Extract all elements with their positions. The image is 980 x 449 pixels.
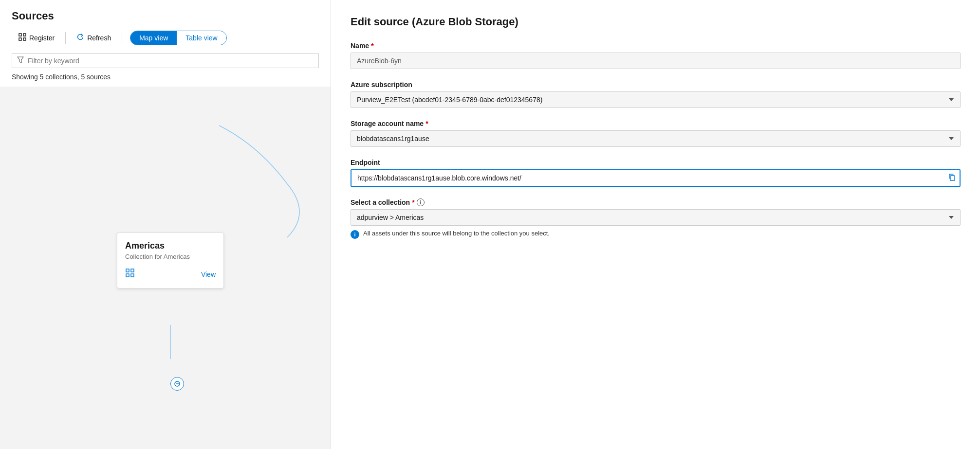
map-view-button[interactable]: Map view bbox=[130, 31, 177, 45]
endpoint-wrapper bbox=[351, 169, 961, 187]
toolbar-separator bbox=[65, 32, 66, 44]
toolbar: Register Refresh Map view Table view bbox=[12, 30, 319, 45]
card-grid-icon bbox=[125, 268, 135, 280]
svg-rect-0 bbox=[19, 34, 21, 36]
svg-rect-9 bbox=[131, 274, 134, 277]
info-circle-icon: i bbox=[351, 230, 359, 239]
storage-account-select-wrapper: blobdatascans1rg1ause bbox=[351, 130, 961, 147]
svg-marker-4 bbox=[18, 57, 23, 63]
name-required-star: * bbox=[371, 42, 373, 50]
select-collection-label: Select a collection * i bbox=[351, 198, 961, 206]
azure-subscription-label: Azure subscription bbox=[351, 81, 961, 89]
svg-rect-6 bbox=[126, 269, 129, 272]
endpoint-field: Endpoint bbox=[351, 159, 961, 187]
right-panel: Edit source (Azure Blob Storage) Name * … bbox=[331, 0, 980, 449]
page-title: Sources bbox=[12, 10, 319, 22]
register-label: Register bbox=[29, 34, 55, 42]
toolbar-separator-2 bbox=[122, 32, 122, 44]
filter-bar bbox=[12, 53, 319, 68]
collection-info-message: i All assets under this source will belo… bbox=[351, 230, 961, 239]
register-button[interactable]: Register bbox=[12, 30, 61, 45]
view-toggle: Map view Table view bbox=[130, 31, 227, 45]
storage-account-select[interactable]: blobdatascans1rg1ause bbox=[351, 130, 961, 147]
collection-select[interactable]: adpurview > Americas bbox=[351, 209, 961, 226]
collection-info-icon[interactable]: i bbox=[417, 198, 425, 206]
card-view-link[interactable]: View bbox=[201, 270, 216, 278]
filter-icon bbox=[17, 56, 24, 65]
edit-panel-title: Edit source (Azure Blob Storage) bbox=[351, 16, 961, 28]
refresh-icon bbox=[76, 33, 84, 42]
zoom-minus-button[interactable] bbox=[170, 377, 184, 391]
collection-count: Showing 5 collections, 5 sources bbox=[0, 73, 331, 87]
left-panel: Sources Register bbox=[0, 0, 331, 449]
endpoint-input[interactable] bbox=[351, 169, 961, 187]
refresh-label: Refresh bbox=[87, 34, 111, 42]
table-view-button[interactable]: Table view bbox=[177, 31, 226, 45]
collection-card: Americas Collection for Americas View bbox=[117, 233, 224, 288]
name-field: Name * bbox=[351, 42, 961, 69]
left-header: Sources Register bbox=[0, 0, 331, 53]
azure-subscription-select-wrapper: Purview_E2ETest (abcdef01-2345-6789-0abc… bbox=[351, 91, 961, 108]
name-input[interactable] bbox=[351, 53, 961, 69]
azure-subscription-field: Azure subscription Purview_E2ETest (abcd… bbox=[351, 81, 961, 108]
copy-icon[interactable] bbox=[948, 173, 956, 183]
collection-required-star: * bbox=[412, 198, 414, 206]
svg-rect-12 bbox=[950, 176, 955, 180]
svg-rect-3 bbox=[23, 38, 26, 40]
svg-rect-8 bbox=[126, 274, 129, 277]
refresh-button[interactable]: Refresh bbox=[70, 30, 118, 45]
collection-info-text: All assets under this source will belong… bbox=[363, 230, 550, 237]
endpoint-label: Endpoint bbox=[351, 159, 961, 166]
name-label: Name * bbox=[351, 42, 961, 50]
filter-input[interactable] bbox=[28, 57, 314, 65]
svg-rect-2 bbox=[19, 38, 21, 40]
storage-account-label: Storage account name * bbox=[351, 120, 961, 127]
map-area[interactable]: Americas Collection for Americas View bbox=[0, 87, 331, 449]
storage-account-field: Storage account name * blobdatascans1rg1… bbox=[351, 120, 961, 147]
storage-account-required-star: * bbox=[425, 120, 428, 127]
svg-rect-7 bbox=[131, 269, 134, 272]
azure-subscription-select[interactable]: Purview_E2ETest (abcdef01-2345-6789-0abc… bbox=[351, 91, 961, 108]
svg-rect-1 bbox=[23, 34, 26, 36]
select-collection-field: Select a collection * i adpurview > Amer… bbox=[351, 198, 961, 239]
card-footer: View bbox=[125, 268, 216, 280]
card-subtitle: Collection for Americas bbox=[125, 253, 216, 260]
card-title: Americas bbox=[125, 241, 216, 251]
collection-select-wrapper: adpurview > Americas bbox=[351, 209, 961, 226]
grid-icon bbox=[18, 33, 26, 42]
